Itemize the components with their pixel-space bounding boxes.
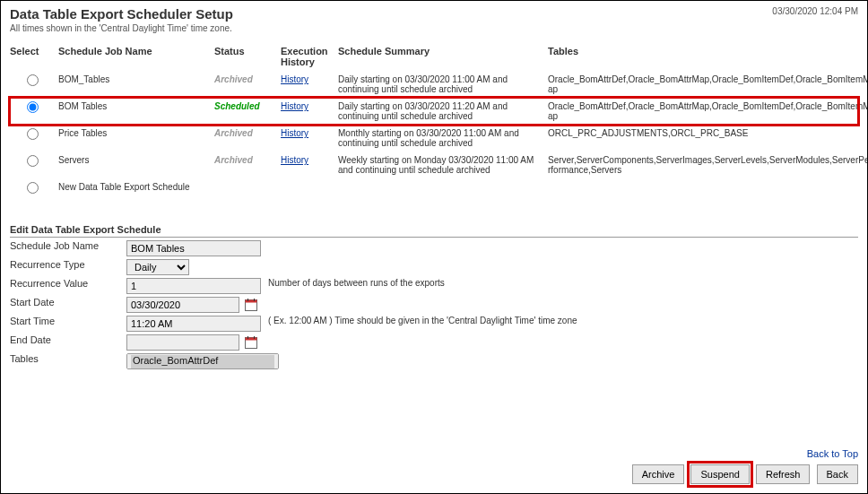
table-header: Select Schedule Job Name Status Executio… — [10, 42, 858, 71]
recurrence-type-select[interactable]: Daily — [126, 259, 189, 275]
history-link[interactable]: History — [281, 74, 308, 84]
label-end-date: End Date — [10, 334, 126, 345]
label-start-date: Start Date — [10, 297, 126, 308]
select-radio[interactable] — [27, 101, 39, 113]
back-to-top-link[interactable]: Back to Top — [629, 448, 858, 459]
tables-cell: Oracle_BomAttrDef,Oracle_BomAttrMap,Orac… — [548, 74, 868, 94]
status-cell: Scheduled — [214, 101, 277, 111]
summary-cell: Daily starting on 03/30/2020 11:20 AM an… — [338, 101, 544, 121]
start-date-input[interactable] — [126, 297, 239, 313]
start-time-note: ( Ex. 12:00 AM ) Time should be given in… — [268, 316, 577, 325]
col-job-name: Schedule Job Name — [58, 46, 211, 56]
tables-cell: Oracle_BomAttrDef,Oracle_BomAttrMap,Orac… — [548, 101, 868, 121]
table-row: BOM TablesScheduledHistoryDaily starting… — [10, 98, 858, 125]
status-cell: Archived — [214, 155, 277, 165]
select-radio[interactable] — [27, 182, 39, 194]
back-button[interactable]: Back — [817, 464, 858, 484]
col-exec-history: Execution History — [281, 46, 334, 67]
svg-rect-5 — [246, 338, 257, 341]
summary-cell: Weekly starting on Monday 03/30/2020 11:… — [338, 155, 544, 175]
summary-cell: Monthly starting on 03/30/2020 11:00 AM … — [338, 128, 544, 148]
select-radio[interactable] — [27, 74, 39, 86]
table-row: ServersArchivedHistoryWeekly starting on… — [10, 152, 858, 178]
select-radio[interactable] — [27, 155, 39, 167]
rec-value-note: Number of days between runs of the expor… — [268, 278, 445, 288]
table-row: New Data Table Export Schedule — [10, 178, 858, 197]
schedule-table: Select Schedule Job Name Status Executio… — [10, 42, 858, 197]
label-job-name: Schedule Job Name — [10, 240, 126, 251]
page-title: Data Table Export Scheduler Setup — [10, 6, 233, 22]
svg-rect-2 — [247, 299, 248, 301]
calendar-icon[interactable] — [243, 334, 259, 351]
calendar-icon[interactable] — [243, 297, 259, 313]
job-name-cell: Price Tables — [58, 128, 211, 138]
col-summary: Schedule Summary — [338, 46, 544, 56]
edit-title: Edit Data Table Export Schedule — [10, 224, 858, 238]
tables-cell: ORCL_PRC_ADJUSTMENTS,ORCL_PRC_BASE — [548, 128, 868, 138]
col-status: Status — [214, 46, 277, 56]
col-select: Select — [10, 46, 55, 56]
recurrence-value-input[interactable] — [126, 278, 261, 294]
archive-button[interactable]: Archive — [632, 464, 685, 484]
end-date-input[interactable] — [126, 334, 239, 351]
timezone-note: All times shown in the 'Central Daylight… — [10, 23, 233, 33]
job-name-cell: Servers — [58, 155, 211, 165]
label-start-time: Start Time — [10, 316, 126, 326]
job-name-cell: BOM_Tables — [58, 74, 211, 84]
edit-section: Edit Data Table Export Schedule Schedule… — [10, 224, 858, 369]
summary-cell: Daily starting on 03/30/2020 11:00 AM an… — [338, 74, 544, 94]
svg-rect-3 — [254, 299, 255, 301]
job-name-input[interactable] — [126, 240, 261, 256]
svg-rect-1 — [246, 300, 257, 303]
tables-cell: Server,ServerComponents,ServerImages,Ser… — [548, 155, 868, 175]
col-tables: Tables — [548, 46, 868, 56]
refresh-button[interactable]: Refresh — [756, 464, 811, 484]
status-cell: Archived — [214, 74, 277, 84]
job-name-cell: New Data Table Export Schedule — [58, 182, 211, 192]
tables-option[interactable]: Oracle_BomAttrDef — [131, 355, 274, 367]
label-rec-type: Recurrence Type — [10, 259, 126, 270]
status-cell: Archived — [214, 128, 277, 138]
svg-rect-7 — [254, 336, 255, 339]
job-name-cell: BOM Tables — [58, 101, 211, 111]
label-tables: Tables — [10, 353, 126, 364]
history-link[interactable]: History — [281, 128, 308, 138]
tables-multiselect[interactable]: Oracle_BomAttrDefOracle_BomAttrMapOracle… — [126, 353, 279, 369]
history-link[interactable]: History — [281, 155, 308, 165]
label-rec-value: Recurrence Value — [10, 278, 126, 289]
select-radio[interactable] — [27, 128, 39, 140]
tables-option[interactable]: Oracle_BomAttrMap — [131, 367, 274, 369]
table-row: Price TablesArchivedHistoryMonthly start… — [10, 125, 858, 152]
svg-rect-6 — [247, 336, 248, 339]
table-row: BOM_TablesArchivedHistoryDaily starting … — [10, 71, 858, 98]
start-time-input[interactable] — [126, 316, 261, 332]
page-timestamp: 03/30/2020 12:04 PM — [772, 6, 858, 16]
suspend-button[interactable]: Suspend — [690, 464, 749, 484]
history-link[interactable]: History — [281, 101, 308, 111]
